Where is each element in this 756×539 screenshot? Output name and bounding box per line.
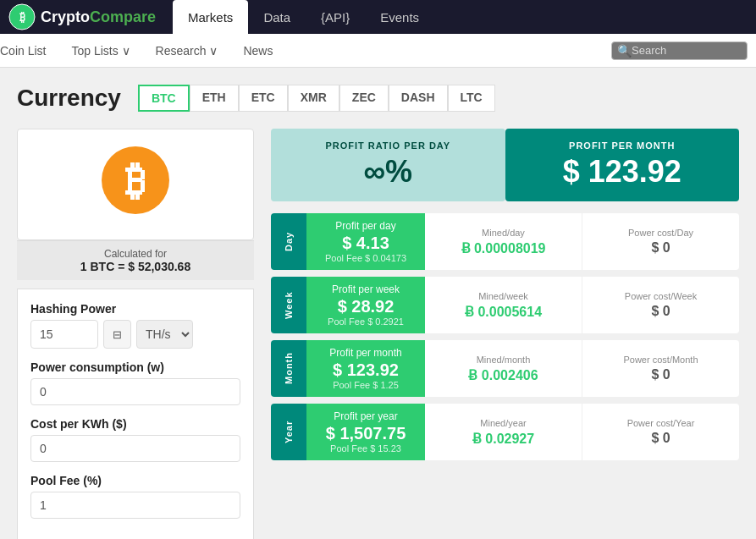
period-badge: Year: [271, 404, 306, 460]
profit-label: Profit per year: [320, 410, 411, 422]
nav-api[interactable]: {API}: [306, 0, 365, 34]
tab-ltc[interactable]: LTC: [448, 85, 495, 112]
profit-main: Profit per month $ 123.92 Pool Fee $ 1.2…: [306, 340, 425, 397]
main-content: Currency BTC ETH ETC XMR ZEC DASH LTC ₿ …: [0, 68, 756, 539]
profit-top-cards: PROFIT RATIO PER DAY ∞% PROFIT PER MONTH…: [271, 129, 739, 201]
profit-label: Profit per month: [320, 347, 411, 359]
pool-fee-group: Pool Fee (%): [30, 474, 240, 519]
right-panel: PROFIT RATIO PER DAY ∞% PROFIT PER MONTH…: [271, 129, 739, 539]
nav-research[interactable]: Research ∨: [156, 44, 218, 58]
profit-month-label: PROFIT PER MONTH: [522, 140, 723, 151]
mined-label: Mined/day: [482, 228, 525, 238]
tab-btc[interactable]: BTC: [138, 85, 190, 112]
hashing-power-group: Hashing Power ⊟ TH/s GH/s MH/s: [30, 302, 240, 349]
svg-text:₿: ₿: [19, 10, 25, 24]
profit-label: Profit per week: [320, 283, 411, 295]
btc-price: 1 BTC = $ 52,030.68: [24, 260, 247, 273]
logo[interactable]: ₿ CryptoCompare: [8, 3, 156, 30]
nav-news[interactable]: News: [243, 44, 273, 58]
pool-fee-text: Pool Fee $ 0.2921: [320, 316, 411, 327]
top-navigation: ₿ CryptoCompare Markets Data {API} Event…: [0, 0, 756, 34]
hashing-power-input[interactable]: [30, 320, 98, 349]
cost-kwh-group: Cost per KWh ($): [30, 417, 240, 462]
nav-markets[interactable]: Markets: [173, 0, 248, 34]
period-badge: Month: [271, 340, 306, 397]
tab-etc[interactable]: ETC: [239, 85, 288, 112]
profit-rows: Day Profit per day $ 4.13 Pool Fee $ 0.0…: [271, 213, 739, 460]
cost-kwh-input[interactable]: [30, 435, 240, 462]
pool-fee-input[interactable]: [30, 492, 240, 519]
pool-fee-text: Pool Fee $ 1.25: [320, 380, 411, 390]
power-cost-label: Power cost/Month: [623, 355, 698, 365]
tab-dash[interactable]: DASH: [389, 85, 448, 112]
currency-header: Currency BTC ETH ETC XMR ZEC DASH LTC: [17, 85, 739, 112]
power-cost-label: Power cost/Day: [628, 228, 693, 238]
hashing-unit-select[interactable]: TH/s GH/s MH/s: [136, 320, 193, 349]
power-cost-value: $ 0: [651, 240, 670, 256]
pool-fee-text: Pool Fee $ 0.04173: [320, 253, 411, 263]
period-badge: Week: [271, 277, 306, 333]
profit-row: Day Profit per day $ 4.13 Pool Fee $ 0.0…: [271, 213, 739, 270]
second-navigation: Coin List Top Lists ∨ Research ∨ News 🔍: [0, 34, 756, 68]
power-consumption-label: Power consumption (w): [30, 360, 240, 374]
tab-zec[interactable]: ZEC: [339, 85, 389, 112]
profit-month-value: $ 123.92: [522, 154, 723, 190]
mined-stat: Mined/day Ƀ 0.00008019: [425, 213, 582, 270]
profit-ratio-label: PROFIT RATIO PER DAY: [288, 140, 488, 151]
tab-xmr[interactable]: XMR: [288, 85, 339, 112]
hashing-power-label: Hashing Power: [30, 302, 240, 316]
mined-stat: Mined/month Ƀ 0.002406: [425, 340, 582, 397]
mined-value: Ƀ 0.0005614: [465, 304, 542, 320]
profit-ratio-card: PROFIT RATIO PER DAY ∞%: [271, 129, 505, 201]
profit-ratio-value: ∞%: [288, 154, 488, 190]
profit-amount: $ 4.13: [320, 234, 411, 253]
profit-row: Week Profit per week $ 28.92 Pool Fee $ …: [271, 277, 739, 333]
nav-events[interactable]: Events: [365, 0, 434, 34]
mined-value: Ƀ 0.02927: [472, 431, 534, 447]
profit-amount: $ 28.92: [320, 297, 411, 316]
nav-coin-list[interactable]: Coin List: [0, 44, 46, 58]
profit-row: Year Profit per year $ 1,507.75 Pool Fee…: [271, 404, 739, 460]
btc-icon: ₿: [102, 146, 169, 214]
power-cost-value: $ 0: [651, 367, 670, 382]
calc-info: Calculated for 1 BTC = $ 52,030.68: [17, 240, 254, 280]
mined-label: Mined/week: [478, 291, 528, 301]
profit-amount: $ 1,507.75: [320, 424, 411, 443]
power-cost-stat: Power cost/Month $ 0: [582, 340, 739, 397]
page-title: Currency: [17, 85, 121, 112]
power-cost-stat: Power cost/Year $ 0: [582, 404, 739, 460]
main-grid: ₿ Calculated for 1 BTC = $ 52,030.68 Has…: [17, 129, 739, 539]
power-cost-stat: Power cost/Day $ 0: [582, 213, 739, 270]
cost-kwh-label: Cost per KWh ($): [30, 417, 240, 431]
search-icon: 🔍: [617, 44, 632, 58]
power-cost-label: Power cost/Year: [627, 418, 695, 428]
mined-label: Mined/month: [477, 355, 531, 365]
mined-label: Mined/year: [480, 418, 526, 428]
calc-icon-button[interactable]: ⊟: [103, 320, 131, 349]
currency-tabs: BTC ETH ETC XMR ZEC DASH LTC: [138, 85, 495, 112]
power-cost-label: Power cost/Week: [625, 291, 697, 301]
nav-top-lists[interactable]: Top Lists ∨: [71, 44, 130, 58]
power-cost-value: $ 0: [651, 431, 670, 446]
mined-value: Ƀ 0.002406: [468, 367, 538, 383]
profit-main: Profit per day $ 4.13 Pool Fee $ 0.04173: [306, 213, 425, 270]
profit-month-card: PROFIT PER MONTH $ 123.92: [505, 129, 740, 201]
form-section: Hashing Power ⊟ TH/s GH/s MH/s Power con…: [17, 289, 254, 539]
search-wrap[interactable]: 🔍: [611, 41, 748, 60]
left-panel: ₿ Calculated for 1 BTC = $ 52,030.68 Has…: [17, 129, 254, 539]
power-consumption-input[interactable]: [30, 378, 240, 405]
profit-main: Profit per year $ 1,507.75 Pool Fee $ 15…: [306, 404, 425, 460]
mined-stat: Mined/week Ƀ 0.0005614: [425, 277, 582, 333]
profit-row: Month Profit per month $ 123.92 Pool Fee…: [271, 340, 739, 397]
profit-main: Profit per week $ 28.92 Pool Fee $ 0.292…: [306, 277, 425, 333]
power-cost-value: $ 0: [651, 304, 670, 319]
calc-label: Calculated for: [24, 248, 247, 260]
profit-label: Profit per day: [320, 220, 411, 232]
main-nav: Markets Data {API} Events: [173, 0, 434, 34]
nav-data[interactable]: Data: [248, 0, 306, 34]
search-input[interactable]: [632, 44, 742, 57]
profit-amount: $ 123.92: [320, 360, 411, 380]
logo-icon: ₿: [8, 3, 36, 30]
pool-fee-text: Pool Fee $ 15.23: [320, 443, 411, 454]
tab-eth[interactable]: ETH: [190, 85, 239, 112]
